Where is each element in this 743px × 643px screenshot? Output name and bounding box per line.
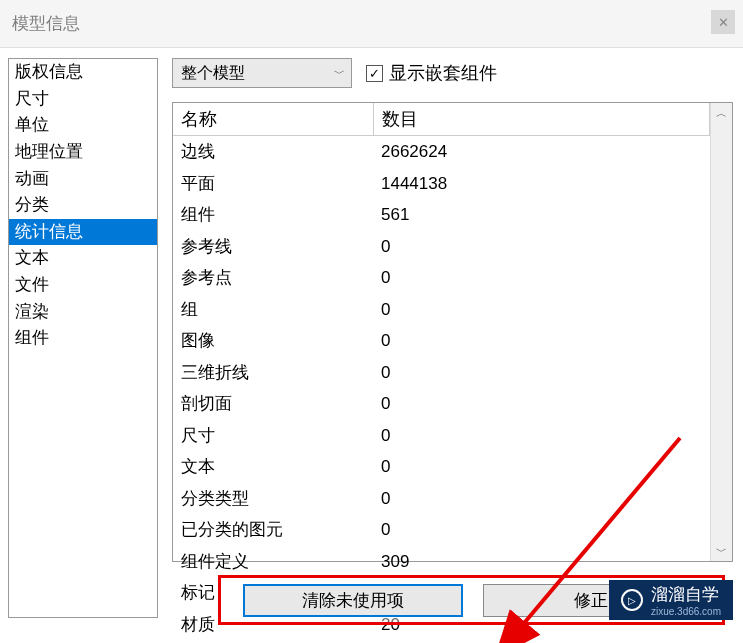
table-row: 尺寸0: [173, 420, 710, 452]
table-row: 参考线0: [173, 231, 710, 263]
sidebar-item[interactable]: 版权信息: [9, 59, 157, 86]
scope-dropdown[interactable]: 整个模型 ﹀: [172, 58, 352, 88]
main-area: 版权信息尺寸单位地理位置动画分类统计信息文本文件渲染组件 整个模型 ﹀ ✓ 显示…: [0, 48, 743, 643]
cell-count: 0: [373, 514, 710, 546]
sidebar-item[interactable]: 单位: [9, 112, 157, 139]
table-row: 文本0: [173, 451, 710, 483]
table-row: 三维折线0: [173, 357, 710, 389]
table-row: 组0: [173, 294, 710, 326]
cell-count: 0: [373, 231, 710, 263]
cell-count: 309: [373, 546, 710, 578]
window-title: 模型信息: [12, 12, 80, 35]
cell-count: 0: [373, 451, 710, 483]
cell-count: 0: [373, 294, 710, 326]
stats-table-wrap: 名称 数目 边线2662624平面1444138组件561参考线0参考点0组0图…: [172, 102, 733, 562]
cell-count: 2662624: [373, 136, 710, 168]
table-row: 参考点0: [173, 262, 710, 294]
titlebar: 模型信息 ✕: [0, 0, 743, 48]
sidebar-item[interactable]: 统计信息: [9, 219, 157, 246]
cell-count: 0: [373, 483, 710, 515]
table-row: 组件定义309: [173, 546, 710, 578]
table-row: 边线2662624: [173, 136, 710, 168]
checkbox-icon: ✓: [366, 65, 383, 82]
close-button[interactable]: ✕: [711, 10, 735, 34]
top-controls: 整个模型 ﹀ ✓ 显示嵌套组件: [172, 58, 733, 88]
sidebar-item[interactable]: 动画: [9, 166, 157, 193]
cell-count: 561: [373, 199, 710, 231]
col-header-count[interactable]: 数目: [373, 103, 710, 136]
cell-count: 0: [373, 262, 710, 294]
cell-name: 边线: [173, 136, 373, 168]
chevron-down-icon: ﹀: [334, 66, 345, 81]
scroll-down-icon[interactable]: ﹀: [711, 541, 732, 561]
cell-count: 1444138: [373, 168, 710, 200]
watermark-text: 溜溜自学: [651, 583, 721, 606]
table-row: 分类类型0: [173, 483, 710, 515]
play-icon: ▷: [621, 589, 643, 611]
cell-name: 尺寸: [173, 420, 373, 452]
cell-name: 剖切面: [173, 388, 373, 420]
cell-name: 平面: [173, 168, 373, 200]
cell-name: 分类类型: [173, 483, 373, 515]
scroll-up-icon[interactable]: ︿: [711, 103, 732, 123]
purge-button[interactable]: 清除未使用项: [243, 584, 463, 617]
col-header-name[interactable]: 名称: [173, 103, 373, 136]
sidebar-item[interactable]: 文件: [9, 272, 157, 299]
cell-name: 组件: [173, 199, 373, 231]
sidebar-item[interactable]: 文本: [9, 245, 157, 272]
cell-name: 已分类的图元: [173, 514, 373, 546]
sidebar: 版权信息尺寸单位地理位置动画分类统计信息文本文件渲染组件: [8, 58, 158, 618]
cell-count: 0: [373, 388, 710, 420]
table-row: 已分类的图元0: [173, 514, 710, 546]
cell-count: 0: [373, 325, 710, 357]
watermark-sub: zixue.3d66.com: [651, 606, 721, 617]
cell-name: 图像: [173, 325, 373, 357]
table-row: 剖切面0: [173, 388, 710, 420]
cell-name: 参考线: [173, 231, 373, 263]
close-icon: ✕: [718, 15, 729, 30]
sidebar-item[interactable]: 地理位置: [9, 139, 157, 166]
sidebar-item[interactable]: 分类: [9, 192, 157, 219]
sidebar-item[interactable]: 尺寸: [9, 86, 157, 113]
cell-name: 文本: [173, 451, 373, 483]
cell-count: 0: [373, 420, 710, 452]
cell-name: 参考点: [173, 262, 373, 294]
dropdown-value: 整个模型: [181, 63, 245, 84]
sidebar-item[interactable]: 组件: [9, 325, 157, 352]
nested-checkbox-wrap[interactable]: ✓ 显示嵌套组件: [366, 61, 497, 85]
stats-table: 名称 数目 边线2662624平面1444138组件561参考线0参考点0组0图…: [173, 103, 710, 640]
watermark: ▷ 溜溜自学 zixue.3d66.com: [609, 580, 733, 620]
table-row: 组件561: [173, 199, 710, 231]
content-panel: 整个模型 ﹀ ✓ 显示嵌套组件 名称 数目 边线2662624平面1444138…: [158, 48, 743, 643]
cell-name: 组: [173, 294, 373, 326]
checkbox-label: 显示嵌套组件: [389, 61, 497, 85]
table-row: 图像0: [173, 325, 710, 357]
cell-name: 三维折线: [173, 357, 373, 389]
cell-name: 组件定义: [173, 546, 373, 578]
sidebar-item[interactable]: 渲染: [9, 299, 157, 326]
table-row: 平面1444138: [173, 168, 710, 200]
cell-count: 0: [373, 357, 710, 389]
scrollbar[interactable]: ︿ ﹀: [710, 103, 732, 561]
